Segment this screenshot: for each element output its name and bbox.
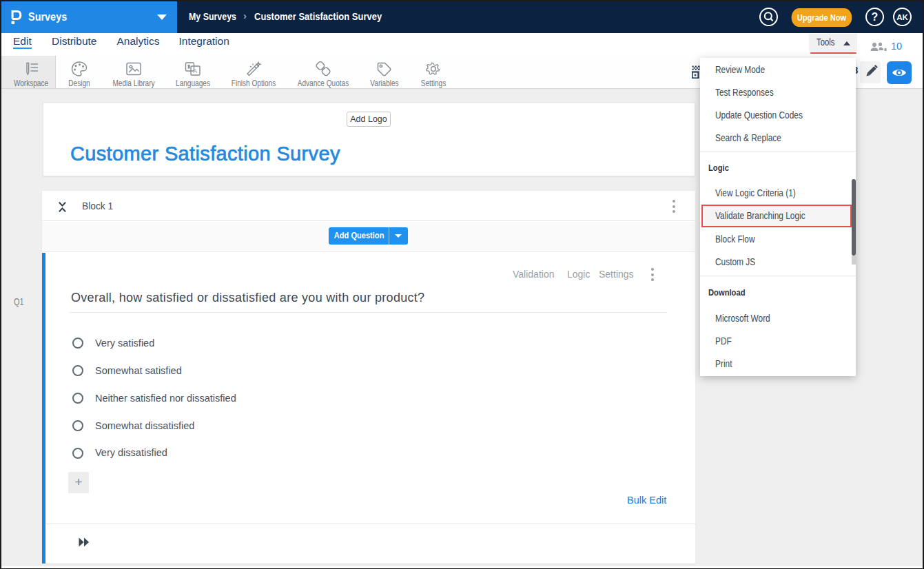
svg-text:A: A [193,68,197,74]
